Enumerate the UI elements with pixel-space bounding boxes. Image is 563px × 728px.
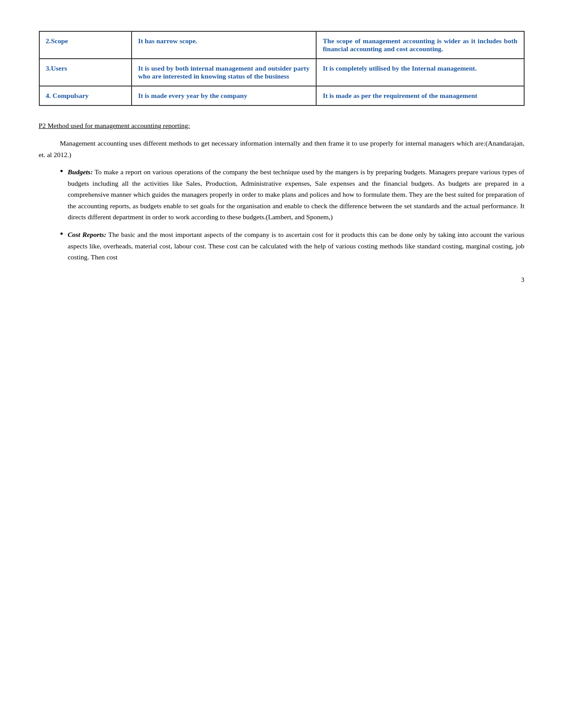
- scope-col3: The scope of management accounting is wi…: [316, 31, 524, 59]
- cost-reports-label: Cost Reports:: [68, 231, 106, 238]
- table-row-scope: 2.Scope It has narrow scope. The scope o…: [39, 31, 524, 59]
- bullet-dot-cost-reports: •: [60, 228, 64, 240]
- scope-col1: 2.Scope: [39, 31, 132, 59]
- page-content: 2.Scope It has narrow scope. The scope o…: [39, 31, 525, 284]
- cost-reports-text: The basic and the most important aspects…: [68, 231, 524, 261]
- comparison-table: 2.Scope It has narrow scope. The scope o…: [39, 31, 525, 106]
- users-col1: 3.Users: [39, 59, 132, 86]
- table-row-compulsary: 4. Compulsary It is made every year by t…: [39, 86, 524, 105]
- scope-col2: It has narrow scope.: [132, 31, 316, 59]
- list-item-cost-reports: • Cost Reports: The basic and the most i…: [60, 229, 525, 263]
- users-col3: It is completely utilised by the Interna…: [316, 59, 524, 86]
- users-col2: It is used by both internal management a…: [132, 59, 316, 86]
- compulsary-col3: It is made as per the requirement of the…: [316, 86, 524, 105]
- bullet-text-cost-reports: Cost Reports: The basic and the most imp…: [68, 229, 524, 263]
- budgets-text: To make a report on various operations o…: [68, 168, 524, 221]
- bullet-text-budgets: Budgets: To make a report on various ope…: [68, 166, 524, 223]
- bullet-dot-budgets: •: [60, 165, 64, 177]
- bullet-list: • Budgets: To make a report on various o…: [39, 166, 525, 263]
- section-heading: P2 Method used for management accounting…: [39, 122, 525, 130]
- budgets-label: Budgets:: [68, 168, 93, 176]
- compulsary-col2: It is made every year by the company: [132, 86, 316, 105]
- intro-paragraph: Management accounting uses different met…: [39, 138, 525, 160]
- table-row-users: 3.Users It is used by both internal mana…: [39, 59, 524, 86]
- list-item-budgets: • Budgets: To make a report on various o…: [60, 166, 525, 223]
- page-number: 3: [39, 276, 525, 284]
- compulsary-col1: 4. Compulsary: [39, 86, 132, 105]
